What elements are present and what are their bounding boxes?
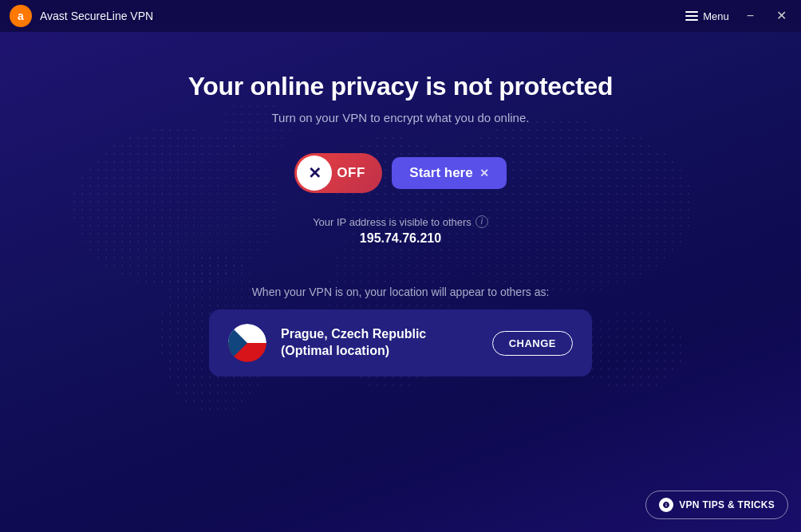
menu-label: Menu xyxy=(703,10,729,22)
close-button[interactable]: ✕ xyxy=(771,8,791,24)
main-title: Your online privacy is not protected xyxy=(188,72,614,101)
minimize-button[interactable]: − xyxy=(742,8,759,24)
vpn-tips-label: VPN TIPS & TRICKS xyxy=(679,499,775,510)
toggle-x-icon: ✕ xyxy=(308,165,322,181)
start-here-close-icon: ✕ xyxy=(479,167,489,179)
app-title: Avast SecureLine VPN xyxy=(40,10,153,22)
toggle-area: ✕ OFF Start here ✕ xyxy=(294,153,506,193)
location-card: Prague, Czech Republic (Optimal location… xyxy=(209,309,592,376)
toggle-knob: ✕ xyxy=(297,156,332,191)
ip-info: Your IP address is visible to others i 1… xyxy=(313,215,488,246)
app-logo-icon: a xyxy=(10,5,32,27)
vpn-tips-button[interactable]: VPN TIPS & TRICKS xyxy=(645,491,788,519)
location-info: Prague, Czech Republic (Optimal location… xyxy=(281,326,478,360)
start-here-label: Start here xyxy=(409,165,472,181)
flag-icon xyxy=(228,324,266,362)
titlebar-left: a Avast SecureLine VPN xyxy=(10,5,153,27)
content-area: Your online privacy is not protected Tur… xyxy=(0,32,801,376)
toggle-label: OFF xyxy=(337,165,365,181)
vpn-tips-icon xyxy=(659,498,673,512)
ip-label-text: Your IP address is visible to others xyxy=(313,216,472,228)
change-location-button[interactable]: CHANGE xyxy=(492,331,573,356)
ip-label-area: Your IP address is visible to others i xyxy=(313,215,488,228)
location-section: When your VPN is on, your location will … xyxy=(0,286,801,376)
titlebar-controls: Menu − ✕ xyxy=(685,8,791,24)
vpn-toggle[interactable]: ✕ OFF xyxy=(294,153,382,193)
main-content: Your online privacy is not protected Tur… xyxy=(0,32,801,532)
menu-button[interactable]: Menu xyxy=(685,10,729,22)
start-here-button[interactable]: Start here ✕ xyxy=(392,157,506,189)
subtitle: Turn on your VPN to encrypt what you do … xyxy=(272,111,530,124)
menu-icon xyxy=(685,11,698,21)
info-icon[interactable]: i xyxy=(475,215,488,228)
titlebar: a Avast SecureLine VPN Menu − ✕ xyxy=(0,0,801,32)
ip-address: 195.74.76.210 xyxy=(360,231,441,246)
location-name: Prague, Czech Republic (Optimal location… xyxy=(281,326,478,360)
location-label: When your VPN is on, your location will … xyxy=(252,286,550,298)
svg-text:a: a xyxy=(18,10,24,22)
